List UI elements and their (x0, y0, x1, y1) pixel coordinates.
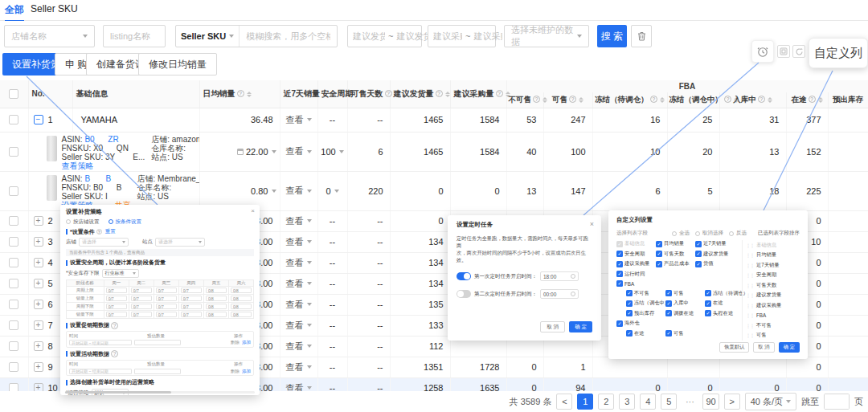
grid-input[interactable]: 0/8 (231, 288, 252, 293)
column-header-fba-3[interactable]: 冻结（调仓中）? (667, 92, 719, 108)
row-checkbox[interactable] (9, 320, 18, 330)
sorted-field-item[interactable]: ⋮⋮日均销量 (746, 251, 800, 261)
sort-icon[interactable] (247, 92, 252, 97)
next-page-button[interactable]: > (724, 394, 740, 410)
expand-row-button[interactable]: + (34, 258, 43, 267)
reset-link[interactable]: 重置 (105, 228, 116, 235)
radio-by-shop[interactable] (66, 219, 71, 224)
checkbox-调拨在途[interactable]: ✓ (665, 310, 672, 316)
timer-task-button[interactable] (751, 40, 774, 63)
second-task-toggle[interactable] (457, 290, 471, 298)
modify-avg-sales-button[interactable]: 修改日均销量 (138, 53, 217, 75)
first-task-time-input[interactable]: 18:00 (540, 271, 579, 281)
custom-columns-button[interactable]: 自定义列 (809, 38, 868, 68)
expand-row-button[interactable]: + (34, 216, 43, 226)
restore-default-button[interactable]: 恢复默认 (719, 342, 749, 353)
grid-input[interactable]: 0/7 (131, 296, 152, 301)
grid-input[interactable]: 0/8 (231, 296, 252, 301)
timer-cancel-button[interactable]: 取 消 (540, 321, 565, 332)
checkbox-FBA[interactable]: ✓ (616, 280, 623, 287)
checkbox-建议采购量[interactable]: ✓ (616, 261, 623, 267)
drag-handle-icon[interactable]: ⋮⋮ (746, 303, 754, 308)
grid-input[interactable]: 0/7 (181, 304, 202, 309)
grid-input[interactable]: 0/8 (206, 304, 227, 309)
row-checkbox[interactable] (9, 362, 18, 372)
page-button-3[interactable]: 3 (619, 394, 635, 410)
date-range-input[interactable]: 开始日期 ~ 结束日期 (69, 340, 132, 345)
drag-handle-icon[interactable]: ⋮⋮ (746, 272, 754, 278)
grid-input[interactable]: 0/8 (231, 304, 252, 309)
view-week-sales[interactable]: 查看 (286, 257, 312, 269)
checkbox-建议发货量[interactable]: ✓ (695, 251, 702, 257)
avg-sales-editor[interactable]: 0.80 (203, 186, 276, 196)
checkbox-产品总成本[interactable]: ✓ (656, 261, 662, 267)
grid-input[interactable]: 0/7 (131, 288, 152, 293)
purchase-max-input[interactable] (473, 31, 502, 41)
grid-input[interactable]: 0/7 (106, 296, 127, 301)
strategy-link[interactable]: 查看策略 (62, 161, 94, 170)
sorted-field-item[interactable]: ⋮⋮近7天销量 (746, 260, 800, 271)
view-week-sales[interactable]: 查看 (286, 185, 312, 197)
listing-name-field[interactable] (103, 25, 166, 47)
grid-input[interactable]: 0/8 (206, 312, 227, 317)
column-header-fba-0[interactable]: 不可售? (506, 92, 543, 108)
drag-handle-icon[interactable]: ⋮⋮ (746, 283, 754, 288)
sort-icon[interactable] (445, 92, 450, 97)
grid-input[interactable]: 0/7 (131, 304, 152, 309)
checkbox-不可售[interactable]: ✓ (626, 290, 633, 296)
safe-cycle-editor[interactable]: 0 (321, 186, 344, 196)
jump-page-input[interactable] (825, 394, 849, 409)
column-header-fba-1[interactable]: 可售? (543, 92, 592, 108)
grid-input[interactable]: 0/8 (231, 312, 252, 317)
delete-link[interactable]: 删除 (231, 340, 240, 345)
fuzzy-search-input[interactable] (240, 31, 337, 41)
column-header-pur[interactable]: 建议采购量? (450, 80, 506, 108)
sorted-field-item[interactable]: ⋮⋮可售 (746, 331, 800, 341)
ship-max-input[interactable] (396, 31, 428, 41)
row-checkbox[interactable] (9, 216, 18, 226)
row-checkbox[interactable] (9, 237, 18, 247)
view-week-sales[interactable]: 查看 (286, 278, 312, 290)
radio-deselect[interactable] (695, 231, 700, 236)
grid-input[interactable]: 0/7 (131, 312, 152, 317)
expand-row-button[interactable]: + (34, 300, 43, 309)
date-range-input[interactable]: 开始日期 ~ 结束日期 (69, 369, 132, 374)
sorted-field-item[interactable]: ⋮⋮建议发货量 (746, 291, 800, 301)
sorted-field-item[interactable]: ⋮⋮可售天数 (746, 280, 800, 291)
drag-handle-icon[interactable]: ⋮⋮ (746, 323, 754, 328)
view-week-sales[interactable]: 查看 (286, 320, 312, 332)
columns-ok-button[interactable]: 确 定 (779, 342, 800, 353)
prev-page-button[interactable]: < (556, 394, 572, 410)
row-checkbox[interactable] (9, 258, 18, 267)
page-button-5[interactable]: 5 (661, 394, 677, 410)
page-button-4[interactable]: 4 (640, 394, 656, 410)
safe-stock-select[interactable]: 行业标准 (102, 269, 139, 278)
checkbox-货值[interactable]: ✓ (695, 261, 702, 267)
grid-input[interactable]: 0/8 (206, 288, 227, 293)
drag-handle-icon[interactable]: ⋮⋮ (746, 332, 754, 338)
view-week-sales[interactable]: 查看 (286, 114, 312, 126)
asin-link[interactable]: B0 ZR (84, 135, 118, 144)
checkbox-预出库存[interactable]: ✓ (626, 310, 633, 316)
sorted-field-item[interactable]: ⋮⋮建议采购量 (746, 300, 800, 311)
view-week-sales[interactable]: 查看 (286, 236, 312, 248)
expand-row-button[interactable]: + (34, 362, 43, 372)
grid-input[interactable]: 0/7 (156, 312, 177, 317)
row-checkbox[interactable] (9, 115, 18, 124)
checkbox-可售[interactable]: ✓ (665, 330, 672, 337)
safe-cycle-editor[interactable]: 100 (321, 147, 344, 157)
shop-field-select[interactable]: 请选择 (79, 238, 129, 247)
row-checkbox[interactable] (9, 300, 18, 309)
sku-type-select[interactable]: Seller SKU (176, 26, 240, 47)
checkbox-在途[interactable]: ✓ (626, 330, 633, 337)
sorted-field-item[interactable]: ⋮⋮FBA (746, 311, 800, 321)
row-checkbox[interactable] (9, 186, 18, 196)
drag-handle-icon[interactable]: ⋮⋮ (746, 312, 754, 318)
checkbox-头程在途[interactable]: ✓ (705, 310, 711, 316)
page-size-select[interactable]: 40 条/页 (745, 393, 796, 410)
checkbox-可售[interactable]: ✓ (665, 290, 672, 296)
checkbox-入库中[interactable]: ✓ (665, 300, 672, 307)
grid-input[interactable]: 0/7 (156, 288, 177, 293)
export-button[interactable] (777, 45, 790, 58)
columns-cancel-button[interactable]: 取 消 (753, 342, 774, 353)
